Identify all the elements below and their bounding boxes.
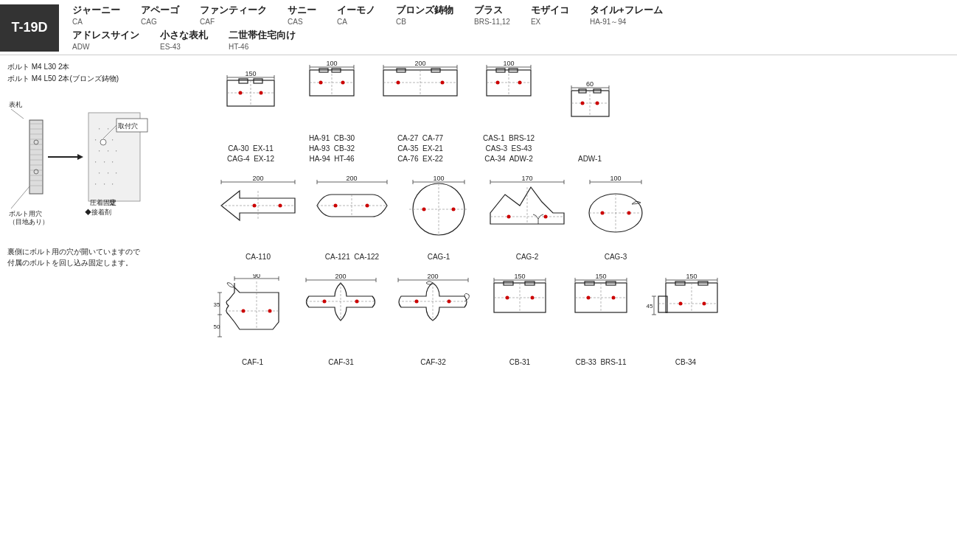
- svg-text:◆接着剤: ◆接着剤: [85, 209, 111, 216]
- diagram-adw1: 60 ADW-1: [553, 82, 627, 164]
- svg-point-107: [366, 203, 369, 207]
- svg-point-124: [544, 214, 548, 218]
- nav-apego-jp: アペーゴ: [141, 4, 179, 17]
- diagram-ha91: 100 HA-91 CB-30HA-93 CB-32HA-94 HT-46: [295, 61, 369, 164]
- nav-address-en: ADW: [72, 42, 89, 52]
- svg-point-69: [441, 80, 445, 84]
- diagram-cag3: 100 CAG-3: [579, 176, 652, 262]
- diagram-cag1: 100 CAG-1: [402, 176, 476, 262]
- nav-bronze-en: CB: [396, 17, 406, 27]
- svg-text:ボルト用穴: ボルト用穴: [9, 210, 42, 217]
- nav-sunny-en: CAS: [288, 17, 303, 27]
- nav-journey-en: CA: [72, 17, 83, 27]
- svg-rect-85: [571, 91, 609, 116]
- nav-row-2: アドレスサイン ADW 小さな表札 ES-43 二世帯住宅向け HT-46: [72, 29, 950, 52]
- label-caf1: CAF-1: [242, 357, 263, 368]
- nav-brass-jp: ブラス: [474, 4, 503, 17]
- bolt-info-2: ボルト M4 L50 2本(ブロンズ鋳物): [7, 73, 206, 85]
- nav-eimono-en: CA: [337, 17, 347, 27]
- nav-fantique: ファンティーク CAF: [200, 4, 267, 27]
- svg-point-163: [415, 299, 419, 303]
- svg-point-68: [397, 80, 400, 84]
- diagram-cb31: 150 CB-31: [483, 274, 557, 368]
- nav-small-en: ES-43: [160, 42, 181, 52]
- svg-text:100: 100: [326, 61, 337, 67]
- svg-text:90: 90: [253, 274, 260, 279]
- diagram-cb33: 150 CB-33 BRS-11: [564, 274, 638, 368]
- svg-text:150: 150: [686, 274, 697, 280]
- svg-text:取付穴: 取付穴: [118, 122, 138, 130]
- diagram-ca121: 200 CA-121 CA-122: [310, 176, 394, 262]
- svg-marker-17: [77, 154, 83, 160]
- svg-point-175: [531, 295, 535, 299]
- svg-point-57: [319, 80, 323, 84]
- svg-point-116: [452, 207, 456, 211]
- nav-small-jp: 小さな表札: [160, 29, 208, 42]
- nav-mozaico-en: EX: [531, 17, 540, 27]
- svg-point-46: [239, 91, 243, 94]
- svg-point-186: [612, 295, 616, 299]
- svg-point-164: [448, 299, 451, 303]
- label-ca30: CA-30 EX-11CAG-4 EX-12: [227, 144, 274, 164]
- svg-rect-42: [239, 79, 248, 83]
- label-ca27: CA-27 CA-77CA-35 EX-21CA-76 EX-22: [397, 133, 443, 164]
- svg-point-115: [422, 207, 426, 211]
- svg-line-31: [11, 109, 24, 119]
- svg-text:200: 200: [414, 61, 425, 67]
- nav-fantique-en: CAF: [200, 17, 215, 27]
- diagram-caf1: 90 35 50: [214, 274, 291, 368]
- label-cas1: CAS-1 BRS-12CAS-3 ES-43CA-34 ADW-2: [483, 133, 535, 164]
- svg-rect-0: [29, 120, 43, 194]
- diagram-ca110: 200 CA-110: [214, 176, 302, 262]
- svg-point-123: [507, 214, 511, 218]
- label-ca121: CA-121 CA-122: [325, 252, 379, 262]
- svg-text:150: 150: [514, 274, 525, 280]
- header: T-19D ジャーニー CA アペーゴ CAG ファンティーク CAF サニー …: [0, 0, 957, 55]
- svg-text:200: 200: [252, 176, 263, 182]
- nav-eimono-jp: イーモノ: [337, 4, 375, 17]
- svg-point-132: [601, 211, 605, 214]
- svg-text:100: 100: [610, 176, 621, 182]
- svg-point-58: [341, 80, 345, 84]
- svg-text:150: 150: [245, 71, 256, 77]
- svg-point-79: [496, 80, 500, 84]
- svg-text:45: 45: [647, 303, 653, 309]
- installation-diagram: ・ ・ ・ ・ ・ ・ ・ ・ ・ ・ ・ ・ ・ ・ ・ ・ ・ ・ 取付穴 …: [7, 91, 199, 238]
- label-caf32: CAF-32: [420, 357, 445, 368]
- svg-point-99: [279, 203, 282, 207]
- label-cag3: CAG-3: [605, 252, 627, 262]
- svg-point-91: [595, 101, 599, 105]
- diagram-caf32: 200 CAF-32: [391, 274, 476, 368]
- nav-fantique-jp: ファンティーク: [200, 4, 267, 17]
- svg-text:170: 170: [521, 176, 532, 182]
- label-cb34: CB-34: [675, 357, 696, 368]
- svg-point-174: [506, 295, 509, 299]
- svg-text:50: 50: [214, 323, 220, 330]
- svg-text:・ ・ ・: ・ ・ ・: [92, 158, 116, 166]
- svg-text:150: 150: [595, 274, 606, 280]
- nav-mozaico-jp: モザイコ: [531, 4, 569, 17]
- svg-point-133: [627, 211, 631, 214]
- label-ca110: CA-110: [246, 252, 271, 262]
- page: T-19D ジャーニー CA アペーゴ CAG ファンティーク CAF サニー …: [0, 0, 957, 560]
- nav-bronze: ブロンズ鋳物 CB: [396, 4, 453, 27]
- nav-mozaico: モザイコ EX: [531, 4, 569, 27]
- nav-nisetatsu: 二世帯住宅向け HT-46: [229, 29, 296, 52]
- svg-point-47: [260, 91, 263, 94]
- svg-text:壁: 壁: [109, 199, 116, 206]
- bottom-note: 裏側にボルト用の穴が開いていますので 付属のボルトを回し込み固定します。: [7, 246, 206, 268]
- label-cag2: CAG-2: [516, 252, 539, 262]
- nav-brass-en: BRS-11,12: [474, 17, 510, 27]
- svg-point-185: [587, 295, 591, 299]
- svg-point-156: [355, 299, 359, 303]
- diagram-cag2: 170 CAG-2: [483, 176, 571, 262]
- svg-text:200: 200: [346, 176, 357, 182]
- svg-text:100: 100: [433, 176, 444, 182]
- diagram-ca30: 150 CA-30 EX-11CAG-4 EX-12: [214, 71, 288, 164]
- nav-apego-en: CAG: [141, 17, 157, 27]
- diagram-row-3: 90 35 50: [214, 274, 950, 368]
- label-caf31: CAF-31: [328, 357, 353, 368]
- label-cb31: CB-31: [509, 357, 530, 368]
- note-line-2: 付属のボルトを回し込み固定します。: [7, 257, 206, 268]
- nav-journey: ジャーニー CA: [72, 4, 120, 27]
